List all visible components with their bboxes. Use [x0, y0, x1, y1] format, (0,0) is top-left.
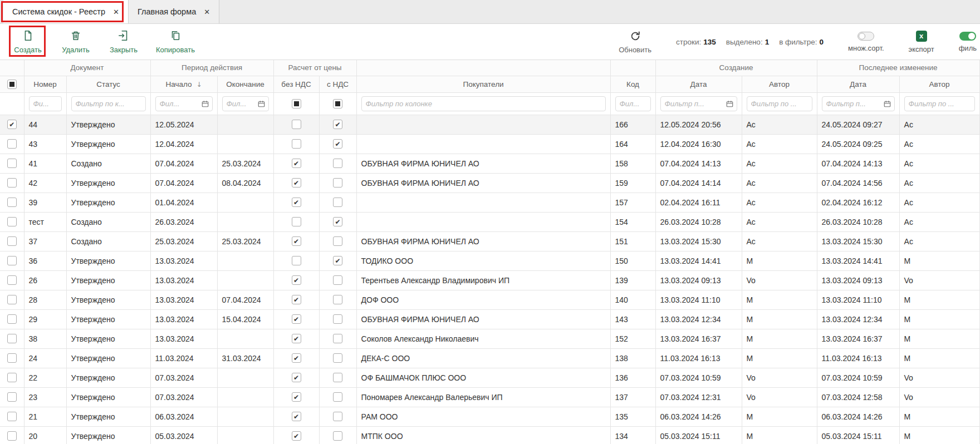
select-all-checkbox[interactable] [7, 80, 17, 89]
with-vat-cell[interactable] [319, 407, 356, 426]
table-row[interactable]: 29Утверждено13.03.202415.04.2024✔ОБУВНАЯ… [0, 309, 979, 329]
table-row[interactable]: 41Создано07.04.202425.03.2024✔ОБУВНАЯ ФИ… [0, 154, 979, 173]
with-vat-cell[interactable] [319, 426, 356, 444]
with-vat-cell[interactable] [319, 173, 356, 193]
with-vat-cell[interactable] [319, 231, 356, 251]
export-button[interactable]: x экспорт [909, 31, 934, 53]
table-row[interactable]: 43Утверждено12.04.2024✔16412.04.2024 16:… [0, 134, 979, 154]
tab-main-form[interactable]: Главная форма ✕ [129, 0, 219, 23]
multisort-toggle[interactable] [857, 32, 874, 41]
with-vat-cell[interactable] [319, 290, 356, 309]
with-vat-checkbox[interactable] [333, 198, 342, 207]
no-vat-checkbox[interactable] [292, 256, 301, 265]
row-select-checkbox[interactable] [7, 217, 17, 226]
row-select-cell[interactable] [0, 251, 24, 270]
end-date-filter-input[interactable] [222, 96, 269, 111]
buyers-filter-input[interactable] [361, 96, 606, 111]
no-vat-checkbox[interactable]: ✔ [292, 334, 301, 343]
no-vat-checkbox[interactable] [292, 217, 301, 226]
created-author-filter-input[interactable] [747, 96, 812, 111]
with-vat-cell[interactable] [319, 193, 356, 212]
table-row[interactable]: 21Утверждено06.03.2024✔РАМ ООО13506.03.2… [0, 407, 979, 426]
row-select-cell[interactable] [0, 290, 24, 309]
row-select-checkbox[interactable] [7, 256, 17, 265]
col-header-no-vat[interactable]: без НДС [273, 76, 319, 92]
with-vat-checkbox[interactable] [333, 334, 342, 343]
col-header-status[interactable]: Статус [66, 76, 150, 92]
row-select-checkbox[interactable] [7, 236, 17, 246]
with-vat-cell[interactable] [319, 387, 356, 407]
row-select-checkbox[interactable] [7, 353, 17, 363]
no-vat-cell[interactable]: ✔ [273, 309, 319, 329]
close-icon[interactable]: ✕ [204, 8, 210, 16]
with-vat-checkbox[interactable] [333, 295, 342, 304]
no-vat-cell[interactable]: ✔ [273, 270, 319, 290]
no-vat-checkbox[interactable]: ✔ [292, 178, 301, 188]
with-vat-cell[interactable] [319, 348, 356, 368]
table-row[interactable]: 42Утверждено07.04.202408.04.2024✔ОБУВНАЯ… [0, 173, 979, 193]
no-vat-cell[interactable]: ✔ [273, 329, 319, 348]
no-vat-checkbox[interactable]: ✔ [292, 373, 301, 382]
no-vat-checkbox[interactable]: ✔ [292, 392, 301, 402]
no-vat-cell[interactable]: ✔ [273, 407, 319, 426]
tab-discount-registry[interactable]: Система скидок - Реестр ✕ [3, 0, 129, 23]
status-filter-input[interactable] [71, 96, 146, 111]
start-date-filter-input[interactable] [155, 96, 213, 111]
row-select-cell[interactable] [0, 193, 24, 212]
no-vat-cell[interactable]: ✔ [273, 290, 319, 309]
with-vat-checkbox[interactable] [333, 412, 342, 421]
col-header-start[interactable]: Начало↓ [150, 76, 217, 92]
no-vat-checkbox[interactable]: ✔ [292, 412, 301, 421]
no-vat-cell[interactable] [273, 115, 319, 134]
row-select-cell[interactable] [0, 231, 24, 251]
with-vat-checkbox[interactable] [333, 431, 342, 441]
col-header-end[interactable]: Окончание [217, 76, 273, 92]
with-vat-cell[interactable] [319, 270, 356, 290]
no-vat-cell[interactable] [273, 134, 319, 154]
no-vat-checkbox[interactable]: ✔ [292, 314, 301, 324]
no-vat-checkbox[interactable] [292, 120, 301, 129]
row-select-cell[interactable] [0, 407, 24, 426]
no-vat-filter-checkbox[interactable] [292, 99, 301, 108]
table-row[interactable]: 39Утверждено01.04.2024✔15702.04.2024 16:… [0, 193, 979, 212]
table-row[interactable]: 22Утверждено07.03.2024✔ОФ БАШМАЧОК ПЛЮС … [0, 368, 979, 387]
row-select-cell[interactable]: ✔ [0, 115, 24, 134]
row-select-checkbox[interactable] [7, 412, 17, 421]
with-vat-checkbox[interactable] [333, 314, 342, 324]
row-select-checkbox[interactable] [7, 139, 17, 149]
with-vat-checkbox[interactable]: ✔ [333, 217, 342, 226]
table-row[interactable]: 20Утверждено05.03.2024✔МТПК ООО13405.03.… [0, 426, 979, 444]
no-vat-checkbox[interactable]: ✔ [292, 353, 301, 363]
with-vat-filter-checkbox[interactable] [333, 99, 342, 108]
col-header-number[interactable]: Номер [24, 76, 66, 92]
row-select-cell[interactable] [0, 387, 24, 407]
row-select-checkbox[interactable] [7, 295, 17, 304]
row-select-cell[interactable] [0, 348, 24, 368]
row-select-checkbox[interactable] [7, 334, 17, 343]
row-select-checkbox[interactable] [7, 431, 17, 441]
row-select-cell[interactable] [0, 212, 24, 231]
filter-toggle[interactable] [959, 32, 976, 41]
row-select-checkbox[interactable]: ✔ [7, 120, 17, 129]
row-select-cell[interactable] [0, 134, 24, 154]
with-vat-cell[interactable]: ✔ [319, 134, 356, 154]
no-vat-checkbox[interactable]: ✔ [292, 236, 301, 246]
with-vat-checkbox[interactable]: ✔ [333, 120, 342, 129]
no-vat-cell[interactable]: ✔ [273, 154, 319, 173]
with-vat-checkbox[interactable] [333, 392, 342, 402]
row-select-cell[interactable] [0, 329, 24, 348]
row-select-checkbox[interactable] [7, 159, 17, 168]
table-row[interactable]: ✔44Утверждено12.05.2024✔16612.05.2024 20… [0, 115, 979, 134]
no-vat-checkbox[interactable]: ✔ [292, 198, 301, 207]
table-row[interactable]: 38Утверждено13.03.2024✔Соколов Александр… [0, 329, 979, 348]
table-row[interactable]: 37Создано25.03.202425.03.2024✔ОБУВНАЯ ФИ… [0, 231, 979, 251]
modified-date-filter-input[interactable] [822, 96, 895, 111]
with-vat-checkbox[interactable] [333, 353, 342, 363]
col-header-modified-author[interactable]: Автор [899, 76, 979, 92]
with-vat-cell[interactable] [319, 309, 356, 329]
row-select-checkbox[interactable] [7, 178, 17, 188]
row-select-checkbox[interactable] [7, 198, 17, 207]
with-vat-checkbox[interactable] [333, 159, 342, 168]
col-header-with-vat[interactable]: с НДС [319, 76, 356, 92]
no-vat-cell[interactable]: ✔ [273, 173, 319, 193]
